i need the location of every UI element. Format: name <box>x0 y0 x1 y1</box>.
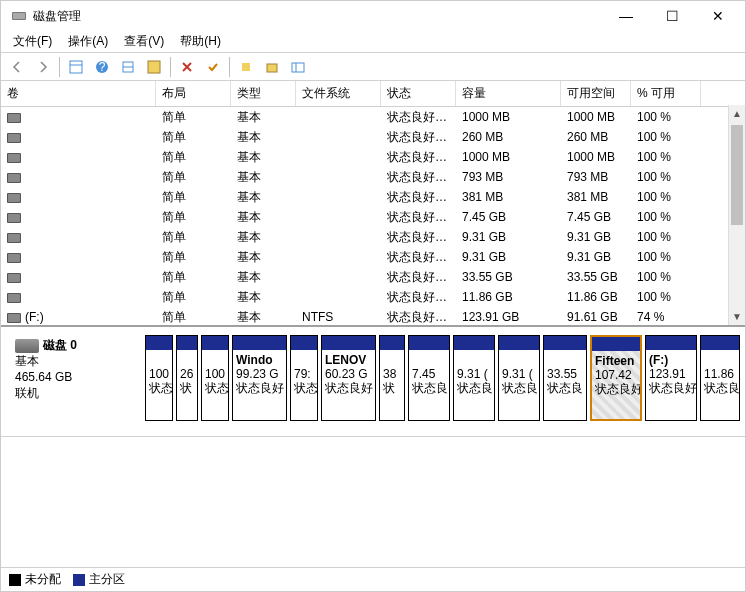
table-row[interactable]: 简单基本状态良好 (...260 MB260 MB100 % <box>1 127 745 147</box>
minimize-button[interactable]: — <box>603 1 649 31</box>
partition[interactable]: (F:)123.91状态良好 <box>645 335 697 421</box>
table-row[interactable]: 简单基本状态良好 (...1000 MB1000 MB100 % <box>1 147 745 167</box>
table-row[interactable]: 简单基本状态良好 (...33.55 GB33.55 GB100 % <box>1 267 745 287</box>
partition[interactable]: 33.55状态良 <box>543 335 587 421</box>
table-header: 卷 布局 类型 文件系统 状态 容量 可用空间 % 可用 <box>1 81 745 107</box>
svg-rect-1 <box>13 13 25 19</box>
scroll-up-icon[interactable]: ▲ <box>729 105 745 122</box>
maximize-button[interactable]: ☐ <box>649 1 695 31</box>
table-body[interactable]: 简单基本状态良好 (...1000 MB1000 MB100 %简单基本状态良好… <box>1 107 745 327</box>
app-icon <box>11 8 27 24</box>
table-row[interactable]: (F:)简单基本NTFS状态良好 (...123.91 GB91.61 GB74… <box>1 307 745 327</box>
disk-label: 磁盘 0 <box>43 338 77 352</box>
scrollbar[interactable]: ▲ ▼ <box>728 105 745 325</box>
svg-rect-12 <box>267 64 277 72</box>
col-pct[interactable]: % 可用 <box>631 81 701 106</box>
col-status[interactable]: 状态 <box>381 81 456 106</box>
svg-rect-11 <box>242 63 250 71</box>
partition[interactable]: 26状 <box>176 335 198 421</box>
menu-view[interactable]: 查看(V) <box>116 31 172 52</box>
menu-file[interactable]: 文件(F) <box>5 31 60 52</box>
toolbar: ? <box>1 53 745 81</box>
col-filesystem[interactable]: 文件系统 <box>296 81 381 106</box>
table-row[interactable]: 简单基本状态良好 (...11.86 GB11.86 GB100 % <box>1 287 745 307</box>
partition[interactable]: 9.31 (状态良 <box>453 335 495 421</box>
close-button[interactable]: ✕ <box>695 1 741 31</box>
settings-button[interactable] <box>116 55 140 79</box>
volume-table: 卷 布局 类型 文件系统 状态 容量 可用空间 % 可用 简单基本状态良好 (.… <box>1 81 745 327</box>
disk-size: 465.64 GB <box>15 369 135 385</box>
scroll-thumb[interactable] <box>731 125 743 225</box>
partition[interactable]: 79:状态 <box>290 335 318 421</box>
col-volume[interactable]: 卷 <box>1 81 156 106</box>
disk-info[interactable]: 磁盘 0 基本 465.64 GB 联机 <box>5 331 145 432</box>
back-button[interactable] <box>5 55 29 79</box>
col-capacity[interactable]: 容量 <box>456 81 561 106</box>
partition[interactable]: 100状态 <box>201 335 229 421</box>
menubar: 文件(F) 操作(A) 查看(V) 帮助(H) <box>1 31 745 53</box>
partition[interactable]: 7.45状态良 <box>408 335 450 421</box>
legend-unalloc: 未分配 <box>9 571 61 588</box>
tool1-button[interactable] <box>234 55 258 79</box>
titlebar: 磁盘管理 — ☐ ✕ <box>1 1 745 31</box>
table-row[interactable]: 简单基本状态良好 (...9.31 GB9.31 GB100 % <box>1 247 745 267</box>
partition[interactable]: 11.86状态良 <box>700 335 740 421</box>
partition[interactable]: 38状 <box>379 335 405 421</box>
disk-map: 磁盘 0 基本 465.64 GB 联机 100状态 26状 100状态Wind… <box>1 327 745 437</box>
partitions: 100状态 26状 100状态Windo99.23 G状态良好 79:状态LEN… <box>145 331 741 421</box>
forward-button[interactable] <box>31 55 55 79</box>
swatch-navy-icon <box>73 574 85 586</box>
table-row[interactable]: 简单基本状态良好 (...1000 MB1000 MB100 % <box>1 107 745 127</box>
table-row[interactable]: 简单基本状态良好 (...7.45 GB7.45 GB100 % <box>1 207 745 227</box>
svg-rect-2 <box>70 61 82 73</box>
table-row[interactable]: 简单基本状态良好 (...793 MB793 MB100 % <box>1 167 745 187</box>
window-title: 磁盘管理 <box>33 8 603 25</box>
svg-rect-13 <box>292 63 304 72</box>
remove-button[interactable] <box>175 55 199 79</box>
legend: 未分配 主分区 <box>1 567 745 591</box>
disk-state: 联机 <box>15 385 135 401</box>
menu-action[interactable]: 操作(A) <box>60 31 116 52</box>
partition[interactable]: 9.31 (状态良 <box>498 335 540 421</box>
menu-help[interactable]: 帮助(H) <box>172 31 229 52</box>
svg-rect-8 <box>148 61 160 73</box>
tool3-button[interactable] <box>286 55 310 79</box>
legend-primary: 主分区 <box>73 571 125 588</box>
partition[interactable]: LENOV60.23 G状态良好 <box>321 335 376 421</box>
apply-button[interactable] <box>201 55 225 79</box>
partition[interactable]: 100状态 <box>145 335 173 421</box>
swatch-black-icon <box>9 574 21 586</box>
tool2-button[interactable] <box>260 55 284 79</box>
refresh-button[interactable] <box>142 55 166 79</box>
scroll-down-icon[interactable]: ▼ <box>729 308 745 325</box>
table-row[interactable]: 简单基本状态良好 (...381 MB381 MB100 % <box>1 187 745 207</box>
partition[interactable]: Windo99.23 G状态良好 <box>232 335 287 421</box>
view-button[interactable] <box>64 55 88 79</box>
col-layout[interactable]: 布局 <box>156 81 231 106</box>
svg-text:?: ? <box>99 60 106 74</box>
table-row[interactable]: 简单基本状态良好 (...9.31 GB9.31 GB100 % <box>1 227 745 247</box>
spacer <box>1 437 745 567</box>
partition[interactable]: Fifteen107.42状态良好 <box>590 335 642 421</box>
col-free[interactable]: 可用空间 <box>561 81 631 106</box>
disk-type: 基本 <box>15 353 135 369</box>
help-button[interactable]: ? <box>90 55 114 79</box>
col-type[interactable]: 类型 <box>231 81 296 106</box>
disk-icon <box>15 339 39 353</box>
